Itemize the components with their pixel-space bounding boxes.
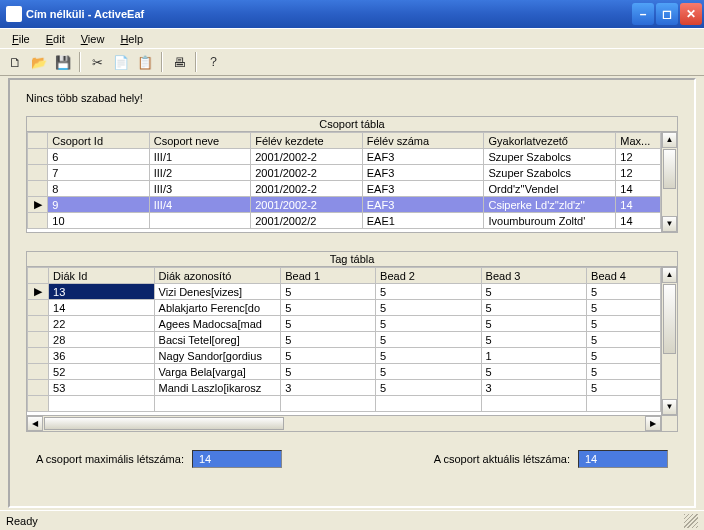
table-cell[interactable]: 14 — [616, 197, 661, 213]
column-header[interactable]: Bead 3 — [481, 268, 586, 284]
table-cell[interactable]: 5 — [281, 284, 376, 300]
table-row[interactable]: 8III/32001/2002-2EAF3Ordd'z''Vendel14 — [28, 181, 661, 197]
table-cell[interactable]: III/4 — [149, 197, 250, 213]
column-header[interactable]: Diák azonosító — [154, 268, 281, 284]
menu-help[interactable]: Help — [112, 31, 151, 47]
table-cell[interactable]: Nagy Sandor[gordius — [154, 348, 281, 364]
table-cell[interactable]: 5 — [587, 364, 661, 380]
table-cell[interactable]: Vizi Denes[vizes] — [154, 284, 281, 300]
table-cell[interactable]: 5 — [376, 284, 481, 300]
table-cell[interactable]: 5 — [481, 316, 586, 332]
row-header[interactable] — [28, 332, 49, 348]
row-header[interactable] — [28, 181, 48, 197]
open-icon[interactable]: 📂 — [28, 51, 50, 73]
menu-file[interactable]: File — [4, 31, 38, 47]
table-cell[interactable]: EAF3 — [362, 165, 484, 181]
scroll-up-icon[interactable]: ▲ — [662, 132, 677, 148]
table-cell[interactable]: 5 — [376, 316, 481, 332]
row-header[interactable] — [28, 348, 49, 364]
new-icon[interactable]: 🗋 — [4, 51, 26, 73]
table-cell[interactable]: Agees Madocsa[mad — [154, 316, 281, 332]
table-cell[interactable] — [149, 213, 250, 229]
table-cell[interactable]: 2001/2002-2 — [251, 197, 363, 213]
table-cell[interactable]: 5 — [587, 332, 661, 348]
table-cell[interactable]: 14 — [616, 213, 661, 229]
column-header[interactable]: Bead 1 — [281, 268, 376, 284]
table-cell[interactable]: 14 — [616, 181, 661, 197]
table-row[interactable]: 6III/12001/2002-2EAF3Szuper Szabolcs12 — [28, 149, 661, 165]
table-row[interactable]: ▶9III/42001/2002-2EAF3Csiperke Ld'z''zld… — [28, 197, 661, 213]
table-cell[interactable]: EAE1 — [362, 213, 484, 229]
about-icon[interactable]: ？ — [202, 51, 224, 73]
group-grid[interactable]: Csoport IdCsoport neveFélév kezdeteFélév… — [27, 132, 661, 229]
table-cell[interactable]: 5 — [481, 284, 586, 300]
row-header[interactable] — [28, 213, 48, 229]
scroll-up-icon[interactable]: ▲ — [662, 267, 677, 283]
table-cell[interactable]: 5 — [376, 300, 481, 316]
table-cell[interactable]: 5 — [481, 300, 586, 316]
table-cell[interactable]: 5 — [481, 332, 586, 348]
table-cell[interactable]: Ordd'z''Vendel — [484, 181, 616, 197]
table-row[interactable]: 22Agees Madocsa[mad5555 — [28, 316, 661, 332]
table-cell[interactable]: Szuper Szabolcs — [484, 165, 616, 181]
row-header[interactable]: ▶ — [28, 197, 48, 213]
cut-icon[interactable]: ✂ — [86, 51, 108, 73]
table-cell[interactable] — [154, 396, 281, 412]
table-cell[interactable]: 3 — [281, 380, 376, 396]
paste-icon[interactable]: 📋 — [134, 51, 156, 73]
table-cell[interactable]: 5 — [281, 316, 376, 332]
table-row[interactable]: 102001/2002/2EAE1Ivoumburoum Zoltd'14 — [28, 213, 661, 229]
table-cell[interactable]: III/1 — [149, 149, 250, 165]
table-cell[interactable]: Csiperke Ld'z''zld'z'' — [484, 197, 616, 213]
table-cell[interactable]: Mandi Laszlo[ikarosz — [154, 380, 281, 396]
column-header[interactable]: Bead 2 — [376, 268, 481, 284]
table-cell[interactable]: 5 — [281, 332, 376, 348]
table-cell[interactable]: 13 — [49, 284, 154, 300]
table-cell[interactable]: 5 — [376, 348, 481, 364]
scroll-thumb[interactable] — [663, 284, 676, 354]
table-cell[interactable]: 53 — [49, 380, 154, 396]
table-cell[interactable]: 2001/2002-2 — [251, 149, 363, 165]
row-header[interactable] — [28, 364, 49, 380]
table-row[interactable]: 36Nagy Sandor[gordius5515 — [28, 348, 661, 364]
table-cell[interactable]: 5 — [281, 300, 376, 316]
table-cell[interactable] — [376, 396, 481, 412]
table-cell[interactable]: 28 — [49, 332, 154, 348]
scroll-left-icon[interactable]: ◀ — [27, 416, 43, 431]
table-cell[interactable]: Szuper Szabolcs — [484, 149, 616, 165]
table-cell[interactable]: 52 — [49, 364, 154, 380]
vscrollbar[interactable]: ▲ ▼ — [661, 132, 677, 232]
table-cell[interactable] — [281, 396, 376, 412]
vscrollbar[interactable]: ▲ ▼ — [661, 267, 677, 415]
column-header[interactable]: Max... — [616, 133, 661, 149]
hscrollbar[interactable]: ◀ ▶ — [27, 415, 677, 431]
member-grid[interactable]: Diák IdDiák azonosítóBead 1Bead 2Bead 3B… — [27, 267, 661, 412]
table-row[interactable]: 53Mandi Laszlo[ikarosz3535 — [28, 380, 661, 396]
table-cell[interactable]: 2001/2002-2 — [251, 181, 363, 197]
row-header[interactable] — [28, 165, 48, 181]
scroll-right-icon[interactable]: ▶ — [645, 416, 661, 431]
table-cell[interactable] — [587, 396, 661, 412]
scroll-thumb[interactable] — [663, 149, 676, 189]
table-cell[interactable]: 2001/2002/2 — [251, 213, 363, 229]
table-cell[interactable]: 5 — [376, 364, 481, 380]
table-cell[interactable]: 9 — [48, 197, 149, 213]
table-cell[interactable]: 12 — [616, 165, 661, 181]
table-cell[interactable]: 3 — [481, 380, 586, 396]
column-header[interactable]: Csoport Id — [48, 133, 149, 149]
row-header[interactable] — [28, 380, 49, 396]
table-cell[interactable]: III/3 — [149, 181, 250, 197]
column-header[interactable]: Gyakorlatvezető — [484, 133, 616, 149]
table-cell[interactable]: 5 — [281, 364, 376, 380]
table-cell[interactable]: Varga Bela[varga] — [154, 364, 281, 380]
row-header[interactable] — [28, 300, 49, 316]
table-cell[interactable]: 7 — [48, 165, 149, 181]
table-cell[interactable]: 36 — [49, 348, 154, 364]
table-row[interactable]: 7III/22001/2002-2EAF3Szuper Szabolcs12 — [28, 165, 661, 181]
table-cell[interactable]: 6 — [48, 149, 149, 165]
table-cell[interactable]: 8 — [48, 181, 149, 197]
table-cell[interactable]: EAF3 — [362, 197, 484, 213]
table-cell[interactable]: 5 — [376, 332, 481, 348]
table-cell[interactable]: 5 — [587, 348, 661, 364]
menu-edit[interactable]: Edit — [38, 31, 73, 47]
